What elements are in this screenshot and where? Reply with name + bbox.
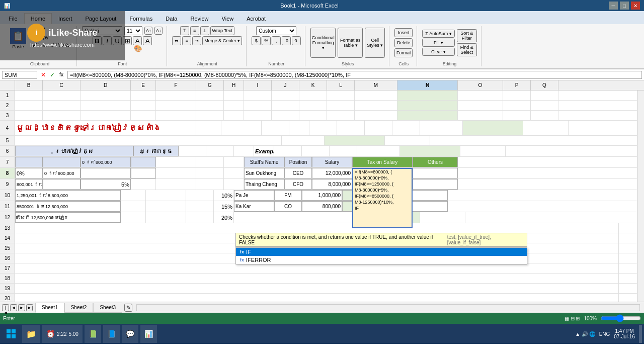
cell-g9[interactable] (196, 179, 224, 190)
cell-h10[interactable]: 10% (214, 190, 234, 201)
fill-button[interactable]: Fill ▾ (422, 39, 455, 47)
taskbar-excel2[interactable]: 📊 (140, 325, 157, 343)
cell-p2[interactable] (503, 101, 531, 110)
autocomplete-item-iferror[interactable]: fx IFERROR (236, 256, 527, 264)
tab-review[interactable]: Review (184, 13, 215, 24)
cell-j4[interactable] (337, 121, 365, 135)
add-sheet-button[interactable]: ✎ (124, 304, 132, 312)
cell-h3[interactable] (224, 111, 244, 120)
cell-f12[interactable] (146, 212, 186, 223)
cell-o2[interactable] (458, 101, 503, 110)
col-header-c[interactable]: C (43, 80, 80, 90)
cell-rate-header[interactable]: អត្រាពន្ធ (133, 146, 179, 156)
formula-input[interactable] (67, 71, 642, 79)
cell-l3[interactable] (327, 111, 355, 120)
col-header-i[interactable]: I (244, 80, 272, 90)
show-desktop-button[interactable] (639, 325, 642, 343)
minimize-button[interactable]: ─ (609, 2, 618, 10)
cell-d3[interactable] (80, 111, 131, 120)
cell-h8[interactable] (224, 168, 244, 178)
cell-p1[interactable] (503, 90, 531, 100)
cell-f9[interactable] (156, 179, 196, 190)
cell-f11[interactable] (146, 201, 186, 212)
cell-g8[interactable] (196, 168, 224, 178)
conditional-formatting-button[interactable]: Conditional Formatting ▾ (310, 28, 336, 58)
cell-k1[interactable] (299, 90, 327, 100)
salary-header-position[interactable]: Position (284, 157, 312, 167)
cell-f3[interactable] (156, 111, 196, 120)
cell-c8[interactable]: 0 ដល់ 800,000 (43, 168, 80, 178)
cell-e11[interactable] (121, 201, 146, 212)
cell-m5[interactable] (282, 136, 325, 145)
cell-f2[interactable] (156, 101, 196, 110)
cell-c9[interactable] (43, 179, 80, 190)
find-select-button[interactable]: Find & Select (457, 43, 477, 56)
col-header-b[interactable]: B (15, 80, 43, 90)
cell-f6[interactable] (179, 146, 206, 156)
tab-formulas[interactable]: Formulas (123, 13, 159, 24)
taskbar-excel[interactable]: 📗 (85, 325, 101, 343)
cell-m2[interactable] (355, 101, 397, 110)
cell-row13[interactable] (15, 223, 619, 233)
horizontal-scrollbar[interactable] (136, 304, 640, 311)
cell-k4[interactable] (365, 121, 392, 135)
cell-d1[interactable] (80, 90, 131, 100)
decrease-decimal-button[interactable]: 0. (292, 36, 301, 45)
cell-m1[interactable] (355, 90, 397, 100)
number-format-select[interactable]: Custom (256, 26, 296, 35)
cell-h2[interactable] (224, 101, 244, 110)
cell-b9[interactable]: 800,001 ដល់ 1,250,000 (15, 179, 43, 190)
cell-j3[interactable] (272, 111, 299, 120)
cell-h1[interactable] (224, 90, 244, 100)
cell-b12[interactable]: លើសពី 12,500,000 ទៅទៀត (15, 212, 121, 223)
format-as-table-button[interactable]: Format as Table ▾ (338, 28, 363, 58)
cell-others-9[interactable] (413, 179, 458, 190)
sort-filter-button[interactable]: Sort & Filter (457, 29, 477, 42)
cell-others-8[interactable] (413, 168, 458, 178)
sheet-first-button[interactable]: |◄ (2, 304, 9, 311)
col-header-d[interactable]: D (80, 80, 131, 90)
comma-button[interactable]: , (272, 36, 281, 45)
cell-styles-button[interactable]: Cell Styles ▾ (365, 28, 385, 58)
zoom-slider[interactable] (601, 315, 641, 321)
cell-n2[interactable] (397, 101, 458, 110)
cell-d8[interactable] (80, 168, 131, 178)
align-middle-button[interactable]: ≡ (190, 26, 199, 35)
cell-n5[interactable] (325, 136, 385, 145)
cell-e7[interactable] (131, 157, 156, 167)
cell-e2[interactable] (131, 101, 156, 110)
col-header-h[interactable]: H (224, 80, 244, 90)
cell-g7[interactable] (196, 157, 224, 167)
cell-o3[interactable] (458, 111, 503, 120)
taskbar-skype[interactable]: 💬 (122, 325, 138, 343)
cell-f1[interactable] (156, 90, 196, 100)
cell-sal-8[interactable]: 12,000,000 (312, 168, 352, 178)
cell-k6[interactable] (302, 146, 330, 156)
cell-f10[interactable] (146, 190, 186, 201)
cell-b2[interactable] (15, 101, 43, 110)
col-header-o[interactable]: O (458, 80, 503, 90)
cell-e8[interactable] (131, 168, 156, 178)
cell-name-10[interactable]: Pa Je (234, 190, 274, 201)
clear-button[interactable]: Clear ▾ (422, 48, 455, 56)
cell-q2[interactable] (531, 101, 558, 110)
cell-l1[interactable] (327, 90, 355, 100)
taskbar-explorer[interactable]: 📁 (22, 325, 40, 343)
cell-l6[interactable] (330, 146, 357, 156)
cancel-formula-button[interactable]: ✕ (39, 71, 47, 79)
merge-center-button[interactable]: Merge & Center ▾ (202, 36, 242, 45)
cell-g11[interactable] (186, 201, 214, 212)
cell-h4[interactable] (289, 121, 309, 135)
cell-b1[interactable] (15, 90, 43, 100)
insert-function-button[interactable]: fx (57, 71, 65, 79)
cell-o12[interactable] (420, 212, 465, 223)
cell-n1[interactable] (397, 90, 458, 100)
cell-d9[interactable]: 5% (80, 179, 131, 190)
cell-c2[interactable] (43, 101, 80, 110)
cell-e12[interactable] (121, 212, 146, 223)
cell-n6[interactable] (400, 146, 460, 156)
sheet-prev-button[interactable]: ◄ (10, 304, 17, 311)
align-center-button[interactable]: ≡ (182, 36, 191, 45)
cell-h7[interactable] (224, 157, 244, 167)
cell-j1[interactable] (272, 90, 299, 100)
